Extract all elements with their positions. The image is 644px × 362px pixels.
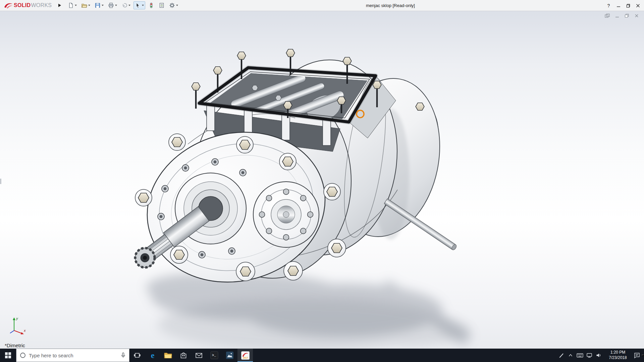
restore-icon xyxy=(624,13,630,18)
graphics-area[interactable]: y x *Dimetric xyxy=(0,11,644,349)
undo-icon xyxy=(121,2,127,8)
maximize-button[interactable] xyxy=(623,1,633,10)
task-view-icon xyxy=(133,352,141,359)
store-icon xyxy=(180,352,187,359)
chevron-up-icon xyxy=(568,353,573,358)
close-icon xyxy=(634,13,640,18)
solidworks-2017-icon: 2017 xyxy=(241,351,250,360)
clock-date: 7/23/2018 xyxy=(603,355,632,361)
svg-text:2017: 2017 xyxy=(243,356,248,359)
open-button[interactable] xyxy=(80,1,92,9)
photos-icon xyxy=(226,351,234,359)
search-input[interactable] xyxy=(29,353,117,358)
task-view-button[interactable] xyxy=(129,349,145,362)
chevron-down-icon xyxy=(128,5,130,6)
network-icon xyxy=(586,353,592,358)
minimize-button[interactable] xyxy=(613,1,623,10)
pen-icon xyxy=(558,352,564,358)
touch-keyboard-icon xyxy=(577,353,583,358)
edge-button[interactable]: e xyxy=(145,349,160,362)
touch-keyboard-button[interactable] xyxy=(575,349,585,362)
rebuild-button[interactable] xyxy=(147,1,156,9)
chevron-down-icon xyxy=(115,5,117,6)
network-button[interactable] xyxy=(585,349,594,362)
action-center-icon xyxy=(634,352,640,358)
restore-icon xyxy=(626,4,630,8)
undo-button[interactable] xyxy=(120,1,132,9)
windows-logo-icon xyxy=(5,352,11,358)
command-prompt-button[interactable]: >_ xyxy=(207,349,222,362)
gearbox-model-scene[interactable] xyxy=(0,11,644,349)
select-button[interactable] xyxy=(133,1,145,9)
command-prompt-icon: >_ xyxy=(210,351,218,359)
minimize-icon xyxy=(616,4,621,8)
speaker-icon xyxy=(596,353,602,358)
chevron-down-icon xyxy=(102,5,104,6)
quick-access-toolbar xyxy=(66,1,179,9)
chevron-down-icon xyxy=(88,5,90,6)
new-document-button[interactable] xyxy=(66,1,78,9)
start-button[interactable] xyxy=(0,349,16,362)
file-explorer-icon xyxy=(164,352,172,359)
doc-minimize-button[interactable] xyxy=(614,13,621,18)
store-button[interactable] xyxy=(176,349,191,362)
microphone-icon[interactable] xyxy=(120,352,126,358)
solidworks-app-button[interactable]: 2017 xyxy=(237,349,253,362)
clock-time: 1:20 PM xyxy=(603,350,632,355)
taskbar: e >_ xyxy=(0,349,644,362)
doc-close-button[interactable] xyxy=(633,13,640,18)
window-controls: ? xyxy=(604,0,643,11)
triad-x-label: x xyxy=(23,328,26,333)
save-button[interactable] xyxy=(93,1,105,9)
options-button[interactable] xyxy=(168,1,179,9)
hidden-icons-button[interactable] xyxy=(566,349,575,362)
minimize-icon xyxy=(614,13,620,18)
photos-button[interactable] xyxy=(222,349,237,362)
rebuild-traffic-light-icon xyxy=(148,2,154,8)
triad-y-label: y xyxy=(16,316,18,320)
select-cursor-icon xyxy=(135,2,141,8)
svg-text:e: e xyxy=(151,351,155,360)
close-icon xyxy=(636,4,640,8)
mail-button[interactable] xyxy=(191,349,207,362)
chevron-down-icon xyxy=(75,5,77,6)
save-icon xyxy=(95,2,101,8)
volume-button[interactable] xyxy=(594,349,603,362)
options-gear-icon xyxy=(169,2,175,8)
file-properties-icon xyxy=(159,2,165,8)
ground-shadow xyxy=(146,274,472,349)
show-desktop-button[interactable] xyxy=(642,355,644,356)
open-folder-icon xyxy=(81,2,87,8)
toolbar-flyout-arrow[interactable] xyxy=(58,4,61,7)
print-button[interactable] xyxy=(107,1,118,9)
cascade-windows-icon xyxy=(604,13,610,18)
help-button[interactable]: ? xyxy=(604,1,613,10)
close-button[interactable] xyxy=(633,1,643,10)
brand-solid: SOLID xyxy=(14,2,31,8)
solidworks-logo: SOLIDWORKS xyxy=(0,2,52,9)
document-window-controls xyxy=(604,13,640,18)
file-explorer-button[interactable] xyxy=(160,349,176,362)
brand-works: WORKS xyxy=(31,2,52,8)
action-center-button[interactable] xyxy=(632,349,642,362)
system-tray: 1:20 PM 7/23/2018 xyxy=(556,349,644,362)
ds-logo-icon xyxy=(3,2,13,9)
file-properties-button[interactable] xyxy=(157,1,166,9)
mail-icon xyxy=(195,352,203,358)
titlebar: SOLIDWORKS xyxy=(0,0,644,11)
doc-cascade-button[interactable] xyxy=(604,13,611,18)
chevron-down-icon xyxy=(142,5,144,6)
pen-tray-button[interactable] xyxy=(556,349,566,362)
chevron-down-icon xyxy=(176,5,178,6)
taskbar-clock[interactable]: 1:20 PM 7/23/2018 xyxy=(603,350,632,360)
edge-icon: e xyxy=(148,351,157,360)
cortana-circle-icon xyxy=(20,352,26,358)
window-title: menjac sklop [Read-only] xyxy=(366,3,415,8)
view-orientation-label: *Dimetric xyxy=(5,343,25,348)
taskbar-search[interactable] xyxy=(16,349,129,362)
new-document-icon xyxy=(68,2,74,8)
print-icon xyxy=(108,2,114,8)
svg-text:>_: >_ xyxy=(212,354,216,357)
bearing-cover-flange xyxy=(253,182,319,247)
doc-restore-button[interactable] xyxy=(624,13,630,18)
